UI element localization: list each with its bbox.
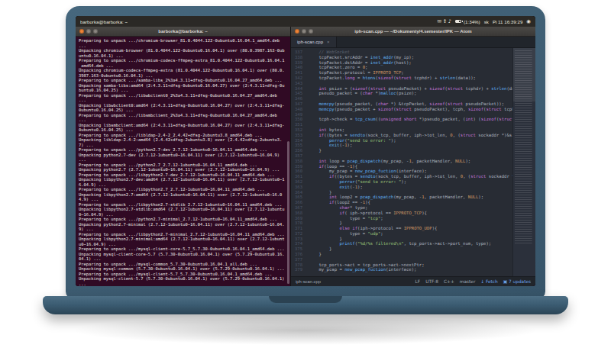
laptop-shadow xyxy=(73,316,538,345)
editor-pane: 337 338 339 340 341 342 343 344 345 346 … xyxy=(291,48,535,276)
status-bar: iph-scan.cpp LFUTF-8C++master↓ Fetch▣ 7 … xyxy=(291,276,535,286)
status-master[interactable]: master xyxy=(460,279,475,284)
tab-label: iph-scan.cpp xyxy=(297,40,323,44)
tab-iph-scan-cpp[interactable]: iph-scan.cpp × xyxy=(291,37,337,47)
status-filename[interactable]: iph-scan.cpp xyxy=(296,279,321,284)
laptop-base xyxy=(43,296,568,314)
terminal-text: Preparing to unpack .../chromium-browser… xyxy=(79,38,286,286)
power-icon[interactable]: ◉ xyxy=(526,19,531,24)
maximize-button[interactable] xyxy=(309,29,313,34)
code-text: // WebSocket tcpPacket.srcAddr = inet_ad… xyxy=(309,50,512,272)
status-c-[interactable]: C++ xyxy=(444,279,454,284)
network-icon[interactable]: ↕ xyxy=(443,18,447,24)
status-lf[interactable]: LF xyxy=(415,279,421,284)
laptop-base-notch xyxy=(269,296,342,303)
status-7-updates[interactable]: ▣ 7 updates xyxy=(503,279,531,284)
laptop-frame: barborka@barborka: ~ ✉ ↕ ♪ (1:34%) sk Pi… xyxy=(66,6,545,299)
code-area[interactable]: // WebSocket tcpPacket.srcAddr = inet_ad… xyxy=(305,48,512,276)
minimap[interactable] xyxy=(512,48,535,276)
minimize-button[interactable] xyxy=(302,29,306,34)
terminal-titlebar[interactable]: barborka@barborka: ~ xyxy=(76,27,290,37)
line-number-gutter: 337 338 339 340 341 342 343 344 345 346 … xyxy=(291,48,305,276)
status-utf-8[interactable]: UTF-8 xyxy=(425,279,438,284)
clock[interactable]: Pi 11 16:39:29 xyxy=(493,19,522,24)
tab-bar: iph-scan.cpp × xyxy=(291,37,535,48)
top-panel: barborka@barborka: ~ ✉ ↕ ♪ (1:34%) sk Pi… xyxy=(76,16,535,27)
minimap-viewport[interactable] xyxy=(513,48,535,101)
atom-title: iph-scan.cpp — ~/Dokumenty/4.semester/IP… xyxy=(291,29,535,34)
laptop-screen: barborka@barborka: ~ ✉ ↕ ♪ (1:34%) sk Pi… xyxy=(76,16,535,286)
battery-indicator[interactable]: (1:34%) xyxy=(455,19,480,24)
laptop-mockup: barborka@barborka: ~ ✉ ↕ ♪ (1:34%) sk Pi… xyxy=(0,0,611,364)
battery-label: (1:34%) xyxy=(464,19,480,24)
maximize-button[interactable] xyxy=(93,29,98,34)
battery-icon xyxy=(455,20,461,23)
terminal-window: barborka@barborka: ~ Preparing to unpack… xyxy=(76,27,290,286)
status-fetch[interactable]: ↓ Fetch xyxy=(480,279,497,284)
terminal-title: barborka@barborka: ~ xyxy=(76,29,290,34)
tab-close-icon[interactable]: × xyxy=(327,40,330,44)
mail-icon[interactable]: ✉ xyxy=(437,18,441,24)
terminal-scrollbar[interactable] xyxy=(287,141,289,284)
atom-titlebar[interactable]: iph-scan.cpp — ~/Dokumenty/4.semester/IP… xyxy=(291,27,535,37)
focused-window-title: barborka@barborka: ~ xyxy=(80,19,128,24)
close-button[interactable] xyxy=(295,29,299,34)
minimize-button[interactable] xyxy=(86,29,91,34)
close-button[interactable] xyxy=(79,29,84,34)
atom-window: iph-scan.cpp — ~/Dokumenty/4.semester/IP… xyxy=(290,27,535,286)
keyboard-layout-indicator[interactable]: sk xyxy=(484,19,489,24)
volume-icon[interactable]: ♪ xyxy=(448,18,451,24)
line-numbers: 337 338 339 340 341 342 343 344 345 346 … xyxy=(291,50,302,272)
terminal-output[interactable]: Preparing to unpack .../chromium-browser… xyxy=(76,37,290,286)
